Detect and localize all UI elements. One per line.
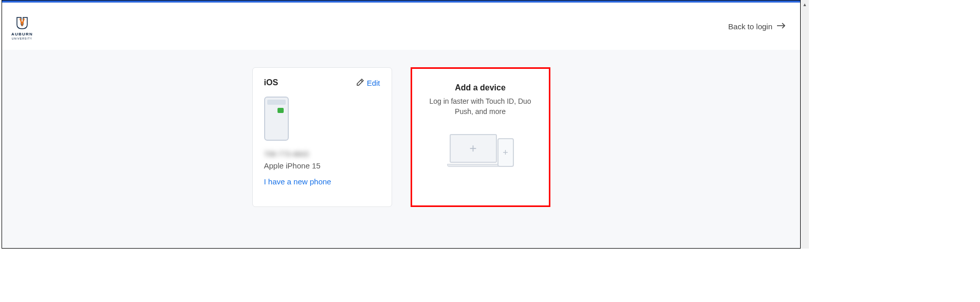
logo: AUBURN UNIVERSITY [11,12,33,40]
device-card-title: iOS [264,78,279,87]
add-device-title: Add a device [455,83,506,92]
svg-line-1 [361,80,362,82]
edit-device-link[interactable]: Edit [357,79,380,87]
back-link-label: Back to login [728,22,772,31]
pencil-icon [357,79,364,87]
logo-text: AUBURN [11,32,33,36]
device-model: Apple iPhone 15 [264,161,380,170]
page-frame: AUBURN UNIVERSITY Back to login iOS [2,0,801,249]
device-thumbnail-icon [264,97,289,141]
add-device-card[interactable]: Add a device Log in faster with Touch ID… [411,67,550,207]
header: AUBURN UNIVERSITY Back to login [2,3,800,50]
logo-subtext: UNIVERSITY [12,37,32,40]
scrollbar-track[interactable]: ▲ [801,0,809,249]
device-card-header: iOS Edit [264,78,380,87]
device-card: iOS Edit 706-773-4843 Apple i [252,67,392,207]
arrow-right-icon [776,22,786,31]
device-phone-number: 706-773-4843 [264,150,380,158]
auburn-logo-icon [14,16,30,30]
content-area: iOS Edit 706-773-4843 Apple i [2,50,800,248]
add-device-illustration-icon: + + [447,130,514,168]
new-phone-link[interactable]: I have a new phone [264,177,380,186]
scroll-up-button[interactable]: ▲ [801,0,809,9]
back-to-login-link[interactable]: Back to login [728,22,786,31]
edit-label: Edit [367,79,380,87]
add-device-subtitle: Log in faster with Touch ID, Duo Push, a… [423,97,538,117]
